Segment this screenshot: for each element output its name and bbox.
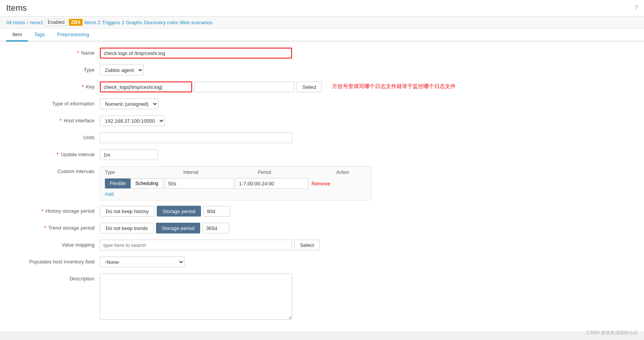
host-interface-row: * Host interface 192.168.37.100:10050 xyxy=(15,115,629,127)
history-row: * History storage period Do not keep his… xyxy=(15,206,629,217)
interval-value-input[interactable] xyxy=(165,178,234,189)
trend-row: * Trend storage period Do not keep trend… xyxy=(15,223,629,234)
scheduling-button[interactable]: Scheduling xyxy=(131,178,163,188)
description-label: Description xyxy=(15,273,100,282)
page-header: Items ? xyxy=(0,0,644,17)
update-interval-input[interactable] xyxy=(100,149,158,160)
tab-tags[interactable]: Tags xyxy=(28,28,51,42)
add-link[interactable]: Add xyxy=(105,191,114,197)
breadcrumb-host[interactable]: nene1 xyxy=(30,20,43,25)
update-interval-row: * Update interval xyxy=(15,149,629,161)
name-control xyxy=(100,48,629,58)
value-mapping-select-button[interactable]: Select xyxy=(294,240,320,250)
page-title: Items xyxy=(6,3,27,13)
type-control: Zabbix agent xyxy=(100,65,629,75)
breadcrumb-items[interactable]: Items 2 xyxy=(84,20,101,25)
flexible-button[interactable]: Flexible xyxy=(105,178,131,188)
value-mapping-label: Value mapping xyxy=(15,240,100,248)
custom-intervals-box: Type Interval Period Action Flexible Sch… xyxy=(100,166,372,200)
ci-type-header: Type xyxy=(105,170,182,175)
intervals-header: Type Interval Period Action xyxy=(105,170,367,175)
period-value-input[interactable] xyxy=(236,178,309,189)
trend-value-input[interactable] xyxy=(202,223,229,233)
description-control xyxy=(100,273,629,320)
history-label: * History storage period xyxy=(15,206,100,214)
content-area: * Name Type Zabbix agent * Key xyxy=(0,42,644,331)
type-info-label: Type of information xyxy=(15,98,100,107)
trend-no-keep-button[interactable]: Do not keep trends xyxy=(100,223,154,233)
inventory-row: Populates host inventory field -None- xyxy=(15,257,629,268)
breadcrumb-enabled: Enabled xyxy=(45,19,67,26)
breadcrumb-discovery-rules[interactable]: Discovery rules xyxy=(144,20,178,25)
type-row: Type Zabbix agent xyxy=(15,65,629,76)
breadcrumb-triggers[interactable]: Triggers 2 xyxy=(102,20,124,25)
history-buttons: Do not keep history Storage period xyxy=(100,206,230,217)
breadcrumb: All hosts / nene1 Enabled ZBX Items 2 Tr… xyxy=(0,17,644,28)
host-interface-select[interactable]: 192.168.37.100:10050 xyxy=(100,115,165,126)
type-info-row: Type of information Numeric (unsigned) xyxy=(15,98,629,110)
key-select-button[interactable]: Select xyxy=(297,82,322,92)
key-extra-input[interactable] xyxy=(194,82,294,92)
history-value-input[interactable] xyxy=(203,206,230,217)
trend-control: Do not keep trends Storage period xyxy=(100,223,629,233)
help-icon[interactable]: ? xyxy=(634,5,638,12)
inventory-select[interactable]: -None- xyxy=(100,257,184,267)
history-no-keep-button[interactable]: Do not keep history xyxy=(100,206,154,217)
description-row: Description xyxy=(15,273,629,320)
inventory-control: -None- xyxy=(100,257,629,267)
value-mapping-input[interactable] xyxy=(100,240,292,250)
update-interval-control xyxy=(100,149,629,160)
type-select[interactable]: Zabbix agent xyxy=(100,65,144,75)
ci-period-header: Period xyxy=(258,170,335,175)
ci-action-header: Action xyxy=(336,170,367,175)
type-info-select[interactable]: Numeric (unsigned) xyxy=(100,98,158,109)
type-label: Type xyxy=(15,65,100,73)
key-control: Select 方括号里填写哪个日志文件就等于监控哪个日志文件 xyxy=(100,82,629,92)
remove-link[interactable]: Remove xyxy=(312,181,330,187)
update-interval-label: * Update interval xyxy=(15,149,100,157)
units-control xyxy=(100,132,629,143)
breadcrumb-allhosts[interactable]: All hosts xyxy=(6,20,25,25)
trend-buttons: Do not keep trends Storage period xyxy=(100,223,229,233)
value-mapping-control: Select xyxy=(100,240,629,250)
inventory-label: Populates host inventory field xyxy=(15,257,100,265)
trend-label: * Trend storage period xyxy=(15,223,100,231)
units-row: Units xyxy=(15,132,629,144)
interval-type-buttons: Flexible Scheduling xyxy=(105,178,163,188)
custom-intervals-label: Custom intervals xyxy=(15,166,100,174)
history-storage-button[interactable]: Storage period xyxy=(157,206,201,217)
trend-storage-button[interactable]: Storage period xyxy=(156,223,200,233)
breadcrumb-graphs[interactable]: Graphs xyxy=(126,20,143,25)
key-label: * Key xyxy=(15,82,100,90)
units-input[interactable] xyxy=(100,132,292,143)
description-textarea[interactable] xyxy=(100,273,292,320)
custom-intervals-row: Custom intervals Type Interval Period Ac… xyxy=(15,166,629,200)
ci-interval-header: Interval xyxy=(183,170,256,175)
custom-intervals-control: Type Interval Period Action Flexible Sch… xyxy=(100,166,629,200)
key-input[interactable] xyxy=(100,82,192,92)
key-row: * Key Select 方括号里填写哪个日志文件就等于监控哪个日志文件 xyxy=(15,82,629,93)
tab-item[interactable]: Item xyxy=(6,28,28,42)
tab-preprocessing[interactable]: Preprocessing xyxy=(51,28,95,42)
tabs-bar: Item Tags Preprocessing xyxy=(0,28,644,42)
watermark: CSDN @伪装成塔的小兵 xyxy=(586,330,638,331)
value-mapping-row: Value mapping Select xyxy=(15,240,629,251)
name-label: * Name xyxy=(15,48,100,56)
name-input[interactable] xyxy=(100,48,292,58)
host-interface-label: * Host interface xyxy=(15,115,100,123)
units-label: Units xyxy=(15,132,100,140)
breadcrumb-zbx[interactable]: ZBX xyxy=(69,19,83,26)
name-row: * Name xyxy=(15,48,629,59)
form-section: * Name Type Zabbix agent * Key xyxy=(0,48,644,320)
breadcrumb-sep1: / xyxy=(27,20,28,25)
breadcrumb-web-scenarios[interactable]: Web scenarios xyxy=(179,20,212,25)
host-interface-control: 192.168.37.100:10050 xyxy=(100,115,629,126)
interval-row-1: Flexible Scheduling Remove xyxy=(105,178,367,189)
type-info-control: Numeric (unsigned) xyxy=(100,98,629,109)
annotation-text: 方括号里填写哪个日志文件就等于监控哪个日志文件 xyxy=(332,82,456,90)
history-control: Do not keep history Storage period xyxy=(100,206,629,217)
